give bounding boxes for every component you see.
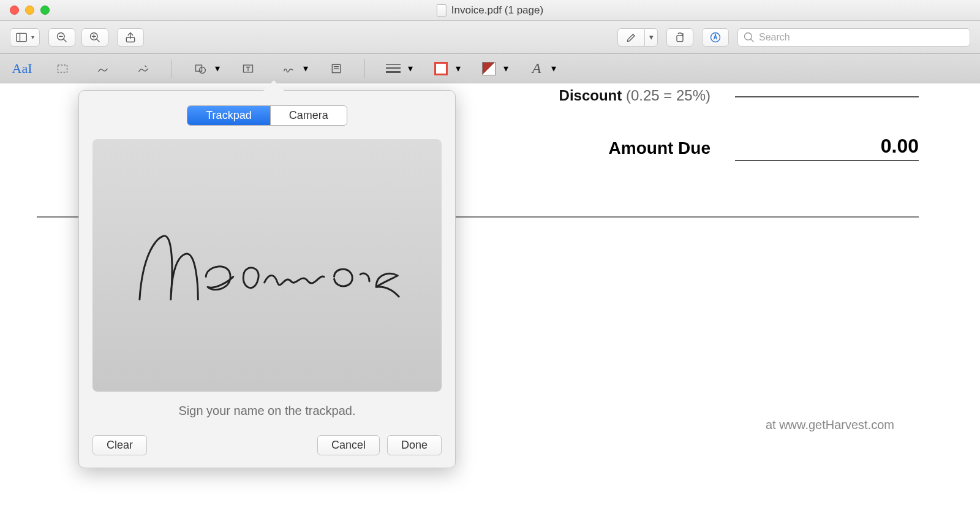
font-style-icon: A (532, 60, 541, 77)
draw-button[interactable] (131, 58, 156, 79)
footer-text: at www.getHarvest.com (766, 418, 894, 432)
toolbar-separator (364, 59, 365, 78)
traffic-lights (0, 6, 50, 15)
chevron-down-icon[interactable]: ▾ (456, 63, 461, 74)
sidebar-toggle-button[interactable]: ▾ (10, 28, 40, 47)
search-input[interactable] (737, 28, 970, 47)
chevron-down-icon[interactable]: ▾ (408, 63, 413, 74)
line-weight-icon (386, 64, 401, 73)
camera-tab[interactable]: Camera (270, 106, 347, 125)
text-box-button[interactable] (236, 58, 260, 79)
amount-due-value: 0.00 (735, 135, 919, 161)
text-box-icon (242, 63, 254, 75)
draw-icon (137, 63, 149, 75)
signature-popover: Trackpad Camera Sign your name on the tr… (78, 90, 456, 468)
chevron-down-icon: ▾ (649, 32, 654, 42)
share-icon (124, 31, 137, 44)
sign-button[interactable] (276, 58, 301, 79)
zoom-out-icon (56, 31, 68, 44)
shapes-button[interactable] (188, 58, 213, 79)
window-minimize-button[interactable] (25, 6, 34, 15)
primary-toolbar: ▾ ▾ (0, 21, 980, 54)
window-titlebar: Invoice.pdf (1 page) (0, 0, 980, 21)
svg-rect-10 (677, 35, 683, 41)
svg-rect-15 (196, 65, 202, 71)
share-button[interactable] (117, 28, 144, 47)
note-button[interactable] (324, 58, 349, 79)
chevron-down-icon: ▾ (31, 34, 34, 40)
highlighter-icon (625, 31, 638, 44)
fill-color-button[interactable] (477, 58, 501, 79)
svg-point-12 (745, 32, 752, 40)
highlight-button[interactable] (617, 28, 644, 47)
cancel-button[interactable]: Cancel (317, 435, 380, 455)
text-style-label: AaI (12, 61, 32, 77)
signature-trackpad-area[interactable] (92, 139, 442, 392)
highlight-menu-button[interactable]: ▾ (644, 28, 658, 47)
search-icon (743, 31, 755, 44)
chevron-down-icon[interactable]: ▾ (551, 63, 556, 74)
clear-button[interactable]: Clear (92, 435, 147, 455)
chevron-down-icon[interactable]: ▾ (215, 63, 220, 74)
rect-select-button[interactable] (50, 58, 75, 79)
document-icon (437, 4, 447, 17)
chevron-down-icon[interactable]: ▾ (303, 63, 308, 74)
window-title: Invoice.pdf (1 page) (437, 4, 543, 17)
markup-toggle-button[interactable] (702, 28, 729, 47)
window-title-text: Invoice.pdf (1 page) (451, 4, 543, 17)
svg-line-6 (97, 39, 100, 42)
note-icon (330, 63, 342, 75)
toolbar-separator (172, 59, 172, 78)
rotate-button[interactable] (666, 28, 693, 47)
amount-due-label: Amount Due (609, 139, 710, 158)
window-zoom-button[interactable] (40, 6, 50, 15)
svg-line-3 (64, 39, 67, 42)
zoom-in-icon (89, 31, 101, 44)
shapes-icon (194, 63, 206, 75)
discount-paren: (0.25 = 25%) (626, 87, 710, 104)
sketch-icon (97, 63, 109, 75)
signature-preview (131, 220, 404, 311)
zoom-out-button[interactable] (48, 28, 75, 47)
svg-point-16 (199, 67, 205, 73)
border-color-swatch (434, 62, 448, 75)
svg-line-13 (751, 39, 754, 42)
rotate-icon (674, 31, 686, 44)
signature-icon (282, 63, 295, 75)
sketch-button[interactable] (91, 58, 115, 79)
border-weight-button[interactable] (381, 58, 405, 79)
fill-color-swatch (482, 62, 496, 75)
text-style-button[interactable]: AaI (10, 58, 34, 79)
signature-instruction: Sign your name on the trackpad. (92, 404, 442, 418)
svg-rect-14 (58, 65, 67, 72)
signature-button-row: Clear Cancel Done (92, 435, 442, 455)
signature-source-segment: Trackpad Camera (92, 105, 442, 126)
zoom-in-button[interactable] (81, 28, 108, 47)
sidebar-icon (15, 31, 28, 44)
discount-label: Discount (559, 87, 622, 104)
font-style-button[interactable]: A (524, 58, 549, 79)
discount-value-line (735, 94, 919, 97)
svg-rect-0 (17, 33, 27, 41)
done-button[interactable]: Done (387, 435, 442, 455)
window-close-button[interactable] (10, 6, 19, 15)
chevron-down-icon[interactable]: ▾ (503, 63, 508, 74)
search-field[interactable] (737, 28, 970, 47)
markup-icon (709, 31, 722, 44)
selection-rect-icon (56, 63, 69, 75)
trackpad-tab[interactable]: Trackpad (187, 106, 270, 125)
highlight-split-button[interactable]: ▾ (617, 28, 658, 47)
markup-toolbar: AaI ▾ ▾ (0, 54, 980, 83)
border-color-button[interactable] (429, 58, 453, 79)
